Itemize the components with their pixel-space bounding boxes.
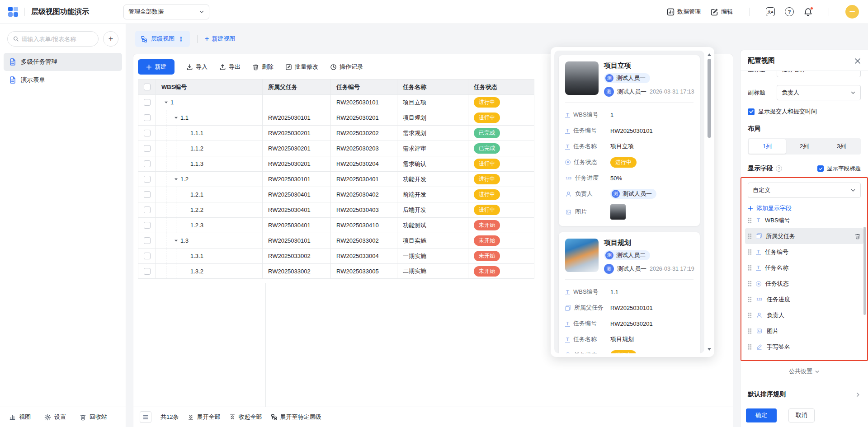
layout-option-3col[interactable]: 3列	[823, 139, 860, 154]
config-field-item[interactable]: T任务编号	[745, 244, 863, 260]
field-list-scrollbar-thumb[interactable]	[863, 227, 866, 315]
common-settings-toggle[interactable]: 公共设置	[748, 367, 861, 375]
drag-handle-icon[interactable]	[748, 249, 752, 255]
scroll-up-arrow[interactable]	[708, 53, 711, 56]
expand-to-level-button[interactable]: 展开至特定层级	[271, 413, 321, 421]
tab-hierarchy-view[interactable]: 层级视图 ⋮	[135, 31, 190, 47]
scrollbar-thumb[interactable]	[708, 59, 711, 138]
config-field-item[interactable]: 123任务进度	[745, 291, 863, 307]
table-row[interactable]: 1.3.2 RW2025033002 RW2025033005 二期实施 未开始	[138, 263, 534, 279]
row-checkbox[interactable]	[144, 99, 151, 106]
row-checkbox[interactable]	[144, 222, 151, 229]
data-manage-button[interactable]: 数据管理	[667, 8, 701, 16]
drag-handle-icon[interactable]	[748, 281, 752, 286]
sidebar-item-multilevel-task[interactable]: 多级任务管理	[4, 53, 122, 71]
row-checkbox[interactable]	[144, 253, 151, 259]
row-checkbox[interactable]	[144, 206, 151, 213]
field-mode-select[interactable]: 自定义	[748, 183, 861, 198]
views-button[interactable]: 视图	[9, 413, 31, 421]
row-checkbox[interactable]	[144, 268, 151, 275]
main-title-select[interactable]: 任务名称	[777, 71, 861, 77]
add-display-field-button[interactable]: 添加显示字段	[748, 204, 861, 212]
table-row[interactable]: 1 RW2025030101 项目立项 进行中	[138, 94, 534, 110]
operation-log-button[interactable]: 操作记录	[330, 63, 363, 71]
drawer-scrollbar[interactable]	[707, 53, 711, 351]
row-checkbox[interactable]	[144, 237, 151, 244]
help-button[interactable]: ?	[785, 7, 794, 16]
drag-handle-icon[interactable]	[748, 344, 752, 350]
batch-edit-button[interactable]: 批量修改	[285, 63, 318, 71]
table-row[interactable]: 1.2.1 RW2025030401 RW2025030402 前端开发 进行中	[138, 187, 534, 202]
table-row[interactable]: 1.2.3 RW2025030401 RW2025030410 功能测试 未开始	[138, 217, 534, 233]
new-view-button[interactable]: + 新建视图	[205, 35, 235, 43]
row-checkbox[interactable]	[144, 176, 151, 183]
collapse-caret-icon[interactable]	[171, 238, 180, 243]
config-field-item[interactable]: 图片	[745, 323, 863, 339]
select-all-checkbox[interactable]	[144, 84, 151, 90]
drag-handle-icon[interactable]	[748, 328, 752, 334]
task-card[interactable]: 项目立项 测 测试人员一 测 测试人员一 2026-03-31 17:13 TW…	[559, 55, 700, 226]
confirm-button[interactable]: 确定	[746, 408, 777, 422]
layout-option-1col[interactable]: 1列	[749, 139, 786, 154]
delete-button[interactable]: 删除	[252, 63, 274, 71]
config-field-item-selected[interactable]: 所属父任务	[745, 228, 863, 244]
row-checkbox[interactable]	[144, 145, 151, 152]
show-field-titles-checkbox[interactable]: 显示字段标题	[817, 165, 861, 173]
drag-handle-icon[interactable]	[748, 265, 752, 271]
close-icon[interactable]	[854, 58, 861, 64]
collapse-caret-icon[interactable]	[161, 100, 170, 105]
export-button[interactable]: 导出	[219, 63, 241, 71]
row-checkbox[interactable]	[144, 130, 151, 136]
collapse-caret-icon[interactable]	[171, 177, 180, 182]
drag-handle-icon[interactable]	[748, 296, 752, 302]
collapse-caret-icon[interactable]	[171, 115, 180, 120]
edit-button[interactable]: 编辑	[711, 8, 733, 16]
create-button[interactable]: 新建	[138, 59, 175, 75]
user-avatar[interactable]	[845, 5, 859, 19]
subtitle-select[interactable]: 负责人	[777, 85, 861, 100]
add-form-button[interactable]: +	[103, 31, 118, 47]
table-row[interactable]: 1.3 RW2025030101 RW2025033002 项目实施 未开始	[138, 233, 534, 248]
drag-handle-icon[interactable]	[748, 233, 752, 239]
settings-button[interactable]: 设置	[44, 413, 66, 421]
language-button[interactable]: 文A	[766, 7, 775, 16]
row-height-button[interactable]	[140, 411, 151, 423]
drag-handle-icon[interactable]	[748, 312, 752, 318]
table-row[interactable]: 1.1.3 RW2025030201 RW2025030204 需求确认 进行中	[138, 156, 534, 171]
table-row[interactable]: 1.1 RW2025030101 RW2025030201 项目规划 进行中	[138, 110, 534, 125]
table-row[interactable]: 1.1.2 RW2025030201 RW2025030203 需求评审 已完成	[138, 141, 534, 156]
expand-all-button[interactable]: 展开全部	[188, 413, 220, 421]
question-icon[interactable]: ?	[776, 165, 782, 172]
delete-field-icon[interactable]	[854, 233, 861, 239]
data-scope-select[interactable]: 管理全部数据	[123, 5, 209, 19]
config-field-item[interactable]: T任务名称	[745, 260, 863, 276]
table-row[interactable]: 1.1.1 RW2025030201 RW2025030202 需求规划 已完成	[138, 125, 534, 141]
config-field-item[interactable]: 负责人	[745, 307, 863, 323]
text-field-icon: T	[756, 217, 761, 223]
tab-more-menu[interactable]: ⋮	[178, 36, 184, 42]
import-button[interactable]: 导入	[186, 63, 208, 71]
collapse-all-button[interactable]: 收起全部	[229, 413, 262, 421]
cancel-button[interactable]: 取消	[788, 408, 815, 422]
image-thumbnail[interactable]	[610, 204, 626, 220]
recycle-bin-button[interactable]: 回收站	[80, 413, 107, 421]
table-row[interactable]: 1.2 RW2025030101 RW2025030401 功能开发 进行中	[138, 171, 534, 187]
config-field-item[interactable]: TWBS编号	[745, 212, 863, 228]
row-checkbox[interactable]	[144, 114, 151, 121]
show-submitter-checkbox[interactable]: 显示提交人和提交时间	[748, 108, 861, 116]
views-label: 视图	[19, 413, 31, 421]
sidebar-item-demo-form[interactable]: 演示表单	[4, 71, 122, 89]
config-field-item[interactable]: 手写签名	[745, 339, 863, 355]
row-checkbox[interactable]	[144, 191, 151, 198]
notification-button[interactable]	[804, 8, 812, 16]
default-sort-row[interactable]: 默认排序规则	[748, 382, 861, 400]
table-row[interactable]: 1.3.1 RW2025033002 RW2025033004 一期实施 未开始	[138, 248, 534, 263]
scroll-down-arrow[interactable]	[708, 348, 711, 351]
task-card[interactable]: 项目规划 测 测试人员二 测 测试人员一 2026-03-31 17:19 TW…	[559, 232, 700, 353]
table-row[interactable]: 1.2.2 RW2025030401 RW2025030403 后端开发 进行中	[138, 202, 534, 217]
search-input[interactable]	[22, 36, 93, 42]
layout-option-2col[interactable]: 2列	[786, 139, 823, 154]
row-checkbox[interactable]	[144, 160, 151, 167]
config-field-item[interactable]: 任务状态	[745, 276, 863, 291]
drag-handle-icon[interactable]	[748, 217, 752, 223]
